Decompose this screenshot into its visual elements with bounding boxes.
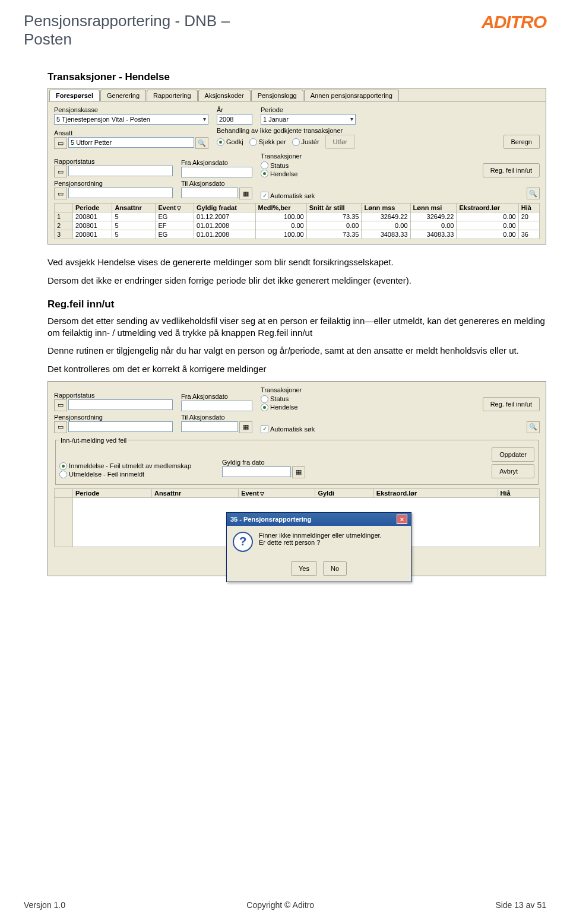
logo: ADITRO bbox=[482, 12, 546, 32]
radio-status[interactable]: Status bbox=[261, 161, 302, 169]
calendar-icon[interactable]: ▦ bbox=[239, 421, 252, 433]
label-rapportstatus: Rapportstatus bbox=[54, 158, 173, 165]
footer-copyright: Copyright © Aditro bbox=[246, 900, 314, 910]
avbryt-button[interactable]: Avbryt bbox=[492, 464, 534, 478]
ar-input[interactable]: 2008 bbox=[217, 114, 252, 125]
close-icon[interactable]: × bbox=[397, 515, 407, 524]
ansatt-input[interactable]: 5 Utforr Petter bbox=[68, 137, 194, 148]
radio-juster[interactable]: Justér bbox=[292, 138, 319, 146]
col-header[interactable]: Medl%,ber bbox=[255, 204, 306, 212]
pensjonskasse-select[interactable]: 5 Tjenestepensjon Vital - Posten bbox=[54, 114, 208, 125]
col-header[interactable]: Hiå bbox=[498, 488, 539, 497]
col-header[interactable]: Gyldig fradat bbox=[194, 204, 255, 212]
col-header[interactable]: Snitt år still bbox=[306, 204, 362, 212]
label-fra-aksjon: Fra Aksjonsdato bbox=[181, 393, 252, 400]
tab-foresporsel[interactable]: Forespørsel bbox=[49, 90, 100, 101]
table-row[interactable]: 12008015EG01.12.2007100.0073.3532649.223… bbox=[55, 212, 540, 221]
pensjonsordning-input[interactable] bbox=[68, 421, 173, 432]
regfeil-button[interactable]: Reg. feil inn/ut bbox=[483, 163, 540, 177]
col-header[interactable]: Gyldi bbox=[315, 488, 373, 497]
regfeil-button[interactable]: Reg. feil inn/ut bbox=[483, 397, 540, 411]
radio-utmeldelse[interactable]: Utmeldelse - Feil innmeldt bbox=[59, 471, 214, 478]
footer-version: Versjon 1.0 bbox=[24, 900, 65, 910]
autosok-checkbox[interactable]: ✓Automatisk søk bbox=[261, 192, 315, 199]
tab-bar: Forespørsel Generering Rapportering Aksj… bbox=[48, 88, 546, 101]
col-header[interactable]: Lønn mss bbox=[362, 204, 410, 212]
tab-annen[interactable]: Annen pensjonsrapportering bbox=[304, 90, 399, 101]
message-dialog: 35 - Pensjonsrapportering × ? Finner ikk… bbox=[226, 512, 411, 582]
paragraph: Dersom det ikke er endringer siden forri… bbox=[48, 275, 546, 287]
paragraph: Det kontrolleres om det er korrekt å kor… bbox=[48, 363, 546, 375]
radio-innmeldelse[interactable]: Innmeldelse - Feil utmeldt av medlemskap bbox=[59, 462, 214, 470]
radio-sjekk[interactable]: Sjekk per bbox=[249, 138, 286, 146]
yes-button[interactable]: Yes bbox=[291, 561, 317, 576]
doc-icon[interactable]: ▭ bbox=[54, 421, 67, 433]
doc-icon[interactable]: ▭ bbox=[54, 137, 67, 149]
col-header[interactable]: Lønn msi bbox=[410, 204, 457, 212]
label-periode: Periode bbox=[261, 106, 356, 113]
col-header[interactable]: Ekstraord.lør bbox=[457, 204, 518, 212]
radio-status[interactable]: Status bbox=[261, 395, 302, 403]
rapportstatus-input[interactable] bbox=[68, 399, 173, 410]
pensjonsordning-input[interactable] bbox=[68, 188, 173, 198]
col-header[interactable]: Periode bbox=[73, 204, 112, 212]
autosok-checkbox[interactable]: ✓Automatisk søk bbox=[261, 426, 315, 433]
utfor-button[interactable]: Utfør bbox=[325, 135, 355, 149]
transactions-grid: PeriodeAnsattnrEvent▽Gyldig fradatMedl%,… bbox=[54, 203, 540, 239]
til-aksjon-input[interactable] bbox=[181, 421, 238, 432]
col-header[interactable] bbox=[55, 488, 73, 497]
tab-pensjonslogg[interactable]: Pensjonslogg bbox=[251, 90, 303, 101]
app-window-1: Forespørsel Generering Rapportering Aksj… bbox=[48, 88, 546, 245]
search-icon[interactable]: 🔍 bbox=[527, 188, 540, 199]
dialog-text: Er dette rett person ? bbox=[259, 539, 382, 546]
radio-hendelse[interactable]: Hendelse bbox=[261, 170, 302, 177]
doc-icon[interactable]: ▭ bbox=[54, 188, 67, 199]
table-row[interactable]: 32008015EG01.01.2008100.0073.3534083.333… bbox=[55, 230, 540, 239]
question-icon: ? bbox=[233, 532, 253, 552]
no-button[interactable]: No bbox=[323, 561, 347, 576]
dialog-text: Finner ikke innmeldinger eller utmelding… bbox=[259, 532, 382, 539]
col-header[interactable]: Event▽ bbox=[156, 204, 194, 212]
beregn-button[interactable]: Beregn bbox=[504, 135, 540, 149]
fra-aksjon-input[interactable] bbox=[181, 167, 252, 177]
col-header[interactable]: Hiå bbox=[518, 204, 539, 212]
gyldig-input[interactable] bbox=[222, 466, 291, 477]
doc-icon[interactable]: ▭ bbox=[54, 399, 67, 411]
col-header[interactable]: Ansattnr bbox=[152, 488, 239, 497]
table-row[interactable]: 22008015EF01.01.20080.000.000.000.000.00 bbox=[55, 221, 540, 230]
col-header[interactable]: Periode bbox=[73, 488, 152, 497]
footer-page: Side 13 av 51 bbox=[495, 900, 546, 910]
dialog-title: 35 - Pensjonsrapportering bbox=[230, 516, 311, 523]
paragraph: Denne rutinen er tilgjengelig når du har… bbox=[48, 345, 546, 357]
search-icon[interactable]: 🔍 bbox=[527, 421, 540, 433]
doc-icon[interactable]: ▭ bbox=[54, 166, 67, 177]
col-header[interactable] bbox=[55, 204, 73, 212]
radio-hendelse[interactable]: Hendelse bbox=[261, 404, 302, 411]
tab-aksjonskoder[interactable]: Aksjonskoder bbox=[198, 90, 251, 101]
rapportstatus-input[interactable] bbox=[68, 166, 173, 176]
sub-heading: Reg.feil inn/ut bbox=[48, 299, 546, 310]
paragraph: Ved avsjekk Hendelse vises de genererte … bbox=[48, 256, 546, 268]
label-ar: År bbox=[217, 106, 252, 113]
label-til-aksjon: Til Aksjonsdato bbox=[181, 414, 252, 421]
periode-select[interactable]: 1 Januar bbox=[261, 114, 356, 125]
label-pensjonskasse: Pensjonskasse bbox=[54, 106, 208, 113]
calendar-icon[interactable]: ▦ bbox=[292, 466, 305, 478]
col-header[interactable]: Event▽ bbox=[239, 488, 315, 497]
calendar-icon[interactable]: ▦ bbox=[239, 188, 252, 199]
label-rapportstatus: Rapportstatus bbox=[54, 392, 173, 399]
label-gyldig: Gyldig fra dato bbox=[222, 459, 305, 466]
col-header[interactable]: Ansattnr bbox=[112, 204, 156, 212]
tab-generering[interactable]: Generering bbox=[100, 90, 146, 101]
tab-rapportering[interactable]: Rapportering bbox=[147, 90, 198, 101]
col-header[interactable]: Ekstraord.lør bbox=[373, 488, 498, 497]
label-pensjonsordning: Pensjonsordning bbox=[54, 180, 173, 187]
oppdater-button[interactable]: Oppdater bbox=[492, 447, 534, 462]
search-icon[interactable]: 🔍 bbox=[195, 137, 208, 149]
label-transaksjoner: Transaksjoner bbox=[261, 153, 302, 160]
label-pensjonsordning: Pensjonsordning bbox=[54, 414, 173, 421]
radio-godkj[interactable]: Godkj bbox=[217, 138, 243, 146]
til-aksjon-input[interactable] bbox=[181, 188, 238, 198]
fra-aksjon-input[interactable] bbox=[181, 401, 252, 411]
section-heading: Transaksjoner - Hendelse bbox=[48, 71, 546, 83]
